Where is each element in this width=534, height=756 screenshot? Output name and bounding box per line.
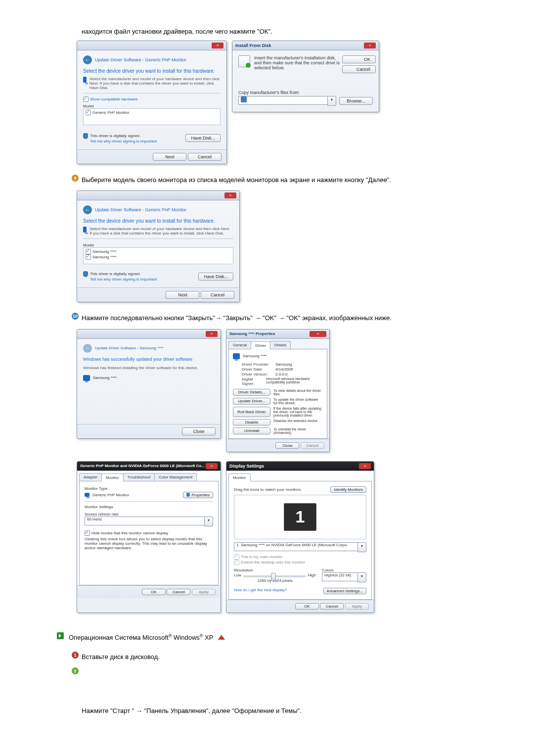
bullet-1: 1 <box>72 652 79 659</box>
have-disk-button[interactable]: Have Disk... <box>198 273 233 281</box>
signed-text: This driver is digitally signed. <box>90 272 140 276</box>
mainmon-label: This is my main monitor <box>241 554 282 559</box>
device-name: Samsung **** <box>243 354 267 358</box>
close-icon[interactable]: × <box>206 463 218 469</box>
cancel-button: Cancel <box>301 442 324 449</box>
dialog-title-text: Update Driver Software - Generic PnP Mon… <box>95 207 186 212</box>
model-label: Model <box>83 243 233 247</box>
success-heading: Windows has successfully updated your dr… <box>83 357 215 362</box>
have-disk-button[interactable]: Have Disk... <box>185 134 221 142</box>
dialog-install-from-disk: Install From Disk × Insert the manufactu… <box>232 41 379 112</box>
rollback-button[interactable]: Roll Back Driver <box>233 407 270 417</box>
tab-monitor[interactable]: Monitor <box>101 473 124 481</box>
dialog-update-success: × ← Update Driver Software - Samsung ***… <box>77 329 221 439</box>
titlebar: × <box>77 330 221 339</box>
tab-monitor[interactable]: Monitor <box>228 473 251 481</box>
back-icon[interactable]: ← <box>83 205 92 214</box>
success-sub: Windows has finished installing the driv… <box>83 366 215 370</box>
advanced-button[interactable]: Advanced Settings... <box>323 588 366 594</box>
titlebar: × <box>77 191 239 200</box>
disk-msg: Insert the manufacturer's installation d… <box>254 55 342 70</box>
title-text: Install From Disk <box>235 43 271 48</box>
close-icon[interactable]: × <box>364 43 376 48</box>
close-icon[interactable]: × <box>224 192 236 198</box>
ok-button[interactable]: OK <box>342 55 376 63</box>
chevron-down-icon[interactable]: ▾ <box>357 572 366 582</box>
next-button[interactable]: Next <box>153 153 186 161</box>
tab-driver[interactable]: Driver <box>251 341 270 349</box>
bullet-10: 10 <box>72 313 79 320</box>
hidemodes-checkbox[interactable] <box>85 530 90 536</box>
cancel-button[interactable]: Cancel <box>188 153 222 161</box>
cancel-button[interactable]: Cancel <box>167 589 190 595</box>
identify-button[interactable]: Identify Monitors <box>330 486 366 493</box>
display-combo[interactable]: 1. Samsung **** on NVIDIA GeForce 6600 L… <box>234 542 366 552</box>
signing-link[interactable]: Tell me why driver signing is important <box>90 277 157 282</box>
model-list[interactable]: Generic PnP Monitor <box>83 108 221 125</box>
update-driver-button[interactable]: Update Driver... <box>233 398 270 405</box>
tab-details[interactable]: Details <box>270 341 291 349</box>
cancel-button[interactable]: Cancel <box>201 291 234 299</box>
monitor-icon <box>85 493 89 497</box>
step-findfile-cont: находится файл установки драйвера, после… <box>72 27 514 37</box>
ok-button[interactable]: OK <box>142 589 166 595</box>
tab-strip: Monitor <box>228 473 372 481</box>
dialog-update-driver: × ← Update Driver Software - Generic PnP… <box>77 41 227 164</box>
best-display-link[interactable]: How do I get the best display? <box>234 588 287 594</box>
device-name: Samsung **** <box>93 376 117 380</box>
tab-general[interactable]: General <box>228 341 251 349</box>
next-button[interactable]: Next <box>166 291 199 299</box>
cancel-button[interactable]: Cancel <box>342 65 376 73</box>
signing-link[interactable]: Tell me why driver signing is important <box>90 139 157 143</box>
disable-button[interactable]: Disable <box>233 419 270 425</box>
step9-text: Выберите модель своего монитора из списк… <box>82 175 391 185</box>
msettings-label: Monitor Settings <box>85 505 213 509</box>
tab-color[interactable]: Color Management <box>154 473 197 481</box>
refresh-combo[interactable]: 60 Hertz ▾ <box>85 517 213 526</box>
monitor-preview[interactable]: 1 <box>284 503 316 531</box>
close-icon[interactable]: × <box>359 463 371 469</box>
browse-button[interactable]: Browse... <box>339 97 373 105</box>
step10-text: Нажмите последовательно кнопки "Закрыть"… <box>82 313 392 323</box>
dialog-display-settings: Display Settings × Monitor Drag the icon… <box>226 461 374 613</box>
heading: Select the device driver you want to ins… <box>83 218 233 224</box>
chevron-down-icon[interactable]: ▾ <box>357 542 366 552</box>
uninstall-button[interactable]: Uninstall <box>233 427 270 434</box>
ok-button[interactable]: OK <box>295 603 319 610</box>
disk-icon <box>238 55 250 67</box>
apply-button: Apply <box>345 603 369 610</box>
path-combo[interactable]: ▾ <box>238 96 336 106</box>
model-item-2[interactable]: Samsung **** <box>92 255 116 259</box>
monitor-icon <box>83 77 87 83</box>
close-icon[interactable]: × <box>206 331 218 337</box>
up-triangle-icon[interactable] <box>218 635 225 641</box>
back-icon[interactable]: ← <box>83 55 92 64</box>
copy-from-label: Copy manufacturer's files from: <box>238 90 373 95</box>
drag-label: Drag the icons to match your monitors. <box>234 487 302 492</box>
apply-button: Apply <box>192 589 216 595</box>
model-list[interactable]: Samsung **** Samsung **** <box>83 247 233 264</box>
close-button[interactable]: Close <box>275 442 299 449</box>
cancel-button[interactable]: Cancel <box>320 603 344 610</box>
compat-checkbox[interactable] <box>83 96 89 102</box>
close-icon[interactable]: × <box>212 43 223 48</box>
dialog-device-properties: Samsung **** Properties× General Driver … <box>226 329 330 452</box>
resolution-slider[interactable] <box>243 575 306 577</box>
model-item-1[interactable]: Samsung **** <box>92 249 116 254</box>
resolution-label: Resolution: <box>234 568 316 572</box>
xp-step1: Вставьте диск в дисковод. <box>82 652 160 662</box>
chevron-down-icon[interactable]: ▾ <box>204 517 213 526</box>
driver-details-button[interactable]: Driver Details... <box>233 389 270 396</box>
signed-text: This driver is digitally signed. <box>90 134 140 138</box>
shield-icon <box>83 133 88 139</box>
colors-label: Colors: <box>322 568 366 572</box>
tab-adapter[interactable]: Adapter <box>79 473 102 481</box>
chevron-down-icon[interactable]: ▾ <box>327 96 336 106</box>
close-icon[interactable]: × <box>310 331 326 337</box>
close-button[interactable]: Close <box>182 427 216 435</box>
model-item[interactable]: Generic PnP Monitor <box>92 110 129 114</box>
tab-troubleshoot[interactable]: Troubleshoot <box>123 473 155 481</box>
properties-button[interactable]: Properties <box>183 492 213 498</box>
colors-combo[interactable]: Highest (32 bit) ▾ <box>322 572 366 582</box>
section-arrow-icon <box>57 632 64 639</box>
